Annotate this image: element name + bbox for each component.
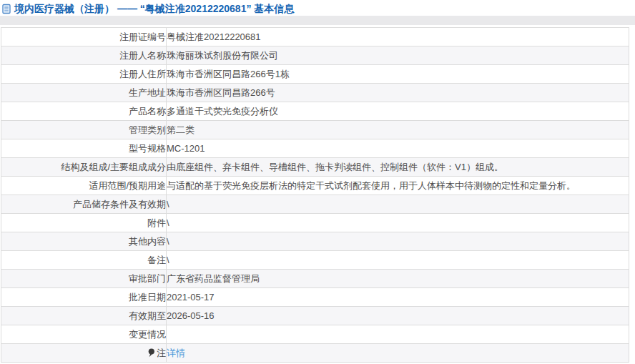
row-value: \ xyxy=(167,255,169,265)
row-label: 有效期至 xyxy=(129,310,166,321)
row-value: 2021-05-17 xyxy=(167,292,215,302)
row-label: 注册人名称 xyxy=(119,50,166,61)
row-value-cell: 多通道干式荧光免疫分析仪 xyxy=(167,102,629,121)
row-value-cell xyxy=(167,325,629,344)
table-row: 结构及组成/主要组成成分由底座组件、弃卡组件、导槽组件、拖卡判读组件、控制组件（… xyxy=(1,158,629,177)
row-label-cell: 产品储存条件及有效期 xyxy=(1,195,167,214)
row-label-cell: 批准日期 xyxy=(1,288,167,307)
row-label-cell: 产品名称 xyxy=(1,102,167,121)
row-value-cell: MC-1201 xyxy=(167,139,629,158)
row-value-cell: \ xyxy=(167,214,629,232)
table-row: 型号规格MC-1201 xyxy=(1,139,629,158)
row-label-cell: 管理类别 xyxy=(1,121,167,139)
row-value: MC-1201 xyxy=(167,143,205,154)
row-value-cell: 珠海丽珠试剂股份有限公司 xyxy=(167,46,629,65)
row-value: \ xyxy=(167,199,169,210)
row-label: 生产地址 xyxy=(129,87,166,98)
row-label: 批准日期 xyxy=(129,292,166,302)
row-label-cell: 型号规格 xyxy=(1,139,167,158)
row-label: 变更情况 xyxy=(129,329,166,340)
row-label: 其他内容 xyxy=(129,236,166,247)
row-value: 多通道干式荧光免疫分析仪 xyxy=(167,106,278,117)
table-row: 适用范围/预期用途与适配的基于荧光免疫层析法的特定干式试剂配套使用，用于人体样本… xyxy=(1,177,629,195)
row-value-cell: 第二类 xyxy=(167,121,629,139)
row-value: 珠海市香洲区同昌路266号1栋 xyxy=(167,69,290,79)
pin-icon xyxy=(147,348,155,360)
row-value: \ xyxy=(167,217,169,228)
row-label: 产品储存条件及有效期 xyxy=(73,199,166,210)
page: 境内医疗器械（注册） —— “粤械注准20212220681” 基本信息 注册证… xyxy=(0,0,635,364)
row-value-cell: 珠海市香洲区同昌路266号1栋 xyxy=(167,65,629,84)
row-value: 珠海丽珠试剂股份有限公司 xyxy=(167,50,278,61)
table-row: 其他内容\ xyxy=(1,232,629,251)
row-value-cell: \ xyxy=(167,232,629,251)
row-value: 珠海市香洲区同昌路266号 xyxy=(167,87,275,98)
row-value-cell: 由底座组件、弃卡组件、导槽组件、拖卡判读组件、控制组件（软件：V1）组成。 xyxy=(167,158,629,177)
row-label-cell: 审批部门 xyxy=(1,270,167,288)
table-row: 备注\ xyxy=(1,251,629,270)
row-value: 2026-05-16 xyxy=(167,310,215,321)
row-label-cell: 注册人名称 xyxy=(1,46,167,65)
row-label: 注册人住所 xyxy=(119,69,166,79)
row-value-cell: 广东省药品监督管理局 xyxy=(167,270,629,288)
row-label: 管理类别 xyxy=(129,124,166,135)
row-value: 粤械注准20212220681 xyxy=(167,31,261,42)
row-value: \ xyxy=(167,236,169,247)
row-value: 第二类 xyxy=(167,124,195,135)
info-table-body: 注册证编号粤械注准20212220681注册人名称珠海丽珠试剂股份有限公司注册人… xyxy=(1,28,629,363)
table-row: 生产地址珠海市香洲区同昌路266号 xyxy=(1,84,629,102)
row-label: 注 xyxy=(157,348,166,358)
table-row: 产品名称多通道干式荧光免疫分析仪 xyxy=(1,102,629,121)
detail-link[interactable]: 详情 xyxy=(167,348,185,358)
table-row: 附件\ xyxy=(1,214,629,232)
row-value: 由底座组件、弃卡组件、导槽组件、拖卡判读组件、控制组件（软件：V1）组成。 xyxy=(167,162,503,172)
row-value: 与适配的基于荧光免疫层析法的特定干式试剂配套使用，用于人体样本中待测物的定性和定… xyxy=(167,180,576,191)
table-row: 注详情 xyxy=(1,344,629,363)
table-row: 批准日期2021-05-17 xyxy=(1,288,629,307)
row-label: 备注 xyxy=(147,255,166,265)
row-label: 结构及组成/主要组成成分 xyxy=(61,162,166,172)
row-label: 审批部门 xyxy=(129,273,166,284)
row-label-cell: 生产地址 xyxy=(1,84,167,102)
document-icon xyxy=(2,4,11,14)
info-table-container: 注册证编号粤械注准20212220681注册人名称珠海丽珠试剂股份有限公司注册人… xyxy=(1,27,635,363)
row-label-cell: 注册人住所 xyxy=(1,65,167,84)
row-label-cell: 其他内容 xyxy=(1,232,167,251)
table-row: 注册证编号粤械注准20212220681 xyxy=(1,28,629,46)
registration-info-table: 注册证编号粤械注准20212220681注册人名称珠海丽珠试剂股份有限公司注册人… xyxy=(1,27,629,363)
row-label-cell: 注册证编号 xyxy=(1,28,167,46)
row-value-cell: 详情 xyxy=(167,344,629,363)
row-label: 适用范围/预期用途 xyxy=(89,180,166,191)
table-row: 变更情况 xyxy=(1,325,629,344)
row-label: 附件 xyxy=(147,217,166,228)
row-label: 型号规格 xyxy=(129,143,166,154)
row-label-cell: 附件 xyxy=(1,214,167,232)
row-label-cell: 注 xyxy=(1,344,167,363)
table-row: 有效期至2026-05-16 xyxy=(1,307,629,325)
table-row: 注册人住所珠海市香洲区同昌路266号1栋 xyxy=(1,65,629,84)
row-value-cell: 与适配的基于荧光免疫层析法的特定干式试剂配套使用，用于人体样本中待测物的定性和定… xyxy=(167,177,629,195)
row-value: 广东省药品监督管理局 xyxy=(167,273,260,284)
row-value-cell: \ xyxy=(167,251,629,270)
row-label-cell: 备注 xyxy=(1,251,167,270)
row-label-cell: 变更情况 xyxy=(1,325,167,344)
header-divider-band xyxy=(0,16,635,25)
table-row: 注册人名称珠海丽珠试剂股份有限公司 xyxy=(1,46,629,65)
row-value-cell: 粤械注准20212220681 xyxy=(167,28,629,46)
row-label: 注册证编号 xyxy=(119,31,166,42)
table-row: 管理类别第二类 xyxy=(1,121,629,139)
page-title: 境内医疗器械（注册） —— “粤械注准20212220681” 基本信息 xyxy=(14,4,294,14)
row-value-cell: \ xyxy=(167,195,629,214)
row-label: 产品名称 xyxy=(129,106,166,117)
row-label-cell: 适用范围/预期用途 xyxy=(1,177,167,195)
row-value-cell: 珠海市香洲区同昌路266号 xyxy=(167,84,629,102)
page-header: 境内医疗器械（注册） —— “粤械注准20212220681” 基本信息 xyxy=(0,0,635,16)
row-label-cell: 有效期至 xyxy=(1,307,167,325)
row-value-cell: 2021-05-17 xyxy=(167,288,629,307)
table-row: 审批部门广东省药品监督管理局 xyxy=(1,270,629,288)
row-label-cell: 结构及组成/主要组成成分 xyxy=(1,158,167,177)
row-value-cell: 2026-05-16 xyxy=(167,307,629,325)
table-row: 产品储存条件及有效期\ xyxy=(1,195,629,214)
